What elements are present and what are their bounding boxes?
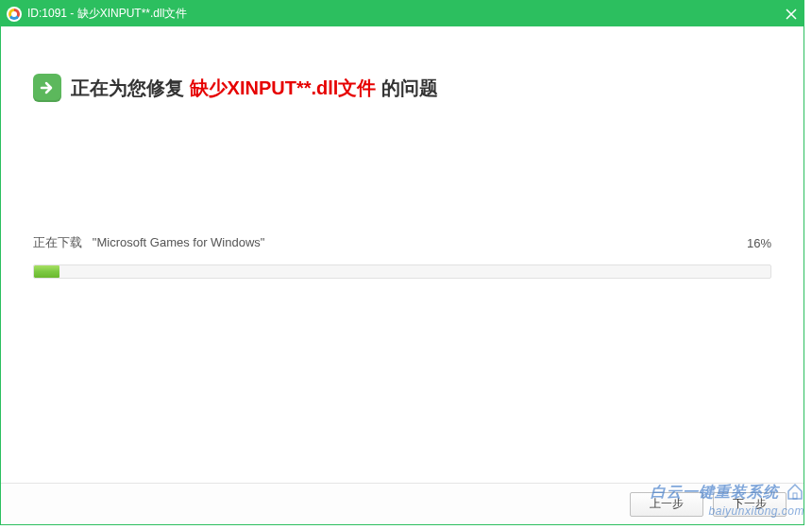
progress-fill (34, 265, 59, 278)
footer: 上一步 下一步 (1, 483, 804, 524)
heading-highlight: 缺少XINPUT**.dll文件 (190, 77, 377, 98)
next-button[interactable]: 下一步 (713, 492, 787, 517)
download-label: 正在下载 "Microsoft Games for Windows" (33, 234, 264, 251)
arrow-right-icon (33, 74, 61, 102)
close-button[interactable] (779, 1, 804, 26)
heading-prefix: 正在为您修复 (71, 77, 184, 98)
titlebar[interactable]: ID:1091 - 缺少XINPUT**.dll文件 (1, 1, 804, 26)
close-icon (786, 9, 797, 20)
content-area: 正在为您修复 缺少XINPUT**.dll文件 的问题 正在下载 "Micros… (1, 26, 804, 279)
heading-suffix: 的问题 (381, 77, 438, 98)
heading: 正在为您修复 缺少XINPUT**.dll文件 的问题 (33, 74, 771, 102)
download-percent: 16% (747, 236, 771, 250)
prev-button[interactable]: 上一步 (630, 492, 703, 517)
download-item: "Microsoft Games for Windows" (93, 235, 265, 249)
app-window: ID:1091 - 缺少XINPUT**.dll文件 正在为您修复 缺少XINP… (0, 0, 804, 525)
download-section: 正在下载 "Microsoft Games for Windows" 16% (33, 234, 771, 279)
heading-text: 正在为您修复 缺少XINPUT**.dll文件 的问题 (71, 76, 438, 101)
download-status-row: 正在下载 "Microsoft Games for Windows" 16% (33, 234, 771, 251)
progress-bar (33, 264, 771, 279)
app-icon (7, 7, 22, 22)
download-prefix: 正在下载 (33, 235, 82, 249)
window-title: ID:1091 - 缺少XINPUT**.dll文件 (27, 6, 779, 22)
